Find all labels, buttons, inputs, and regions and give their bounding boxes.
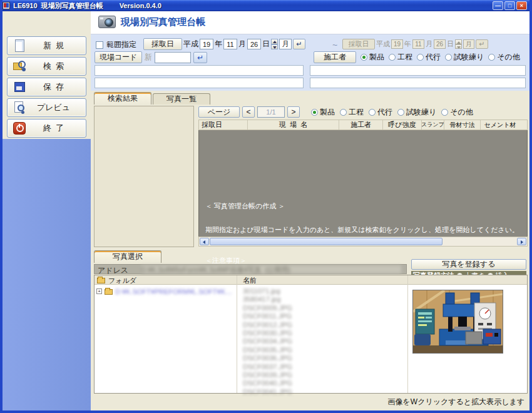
search-button[interactable]: 検 索 — [7, 57, 86, 76]
result-radio-product[interactable]: 製品 — [311, 107, 335, 118]
contractor-input-2[interactable] — [310, 78, 526, 88]
tab-photo-list[interactable]: 写真一覧 — [153, 93, 210, 105]
save-button[interactable]: 保 存 — [7, 78, 86, 96]
result-radio-trial[interactable]: 試験練り — [397, 107, 436, 118]
file-item[interactable]: DSCF0012.JPG — [243, 321, 292, 329]
file-browser: フォルダ 名前 + D:¥K.SOFT¥PREFORM¥L.SOFT¥K… 30… — [94, 275, 528, 394]
page-header: 現場別写真管理台帳 — [91, 11, 529, 34]
radio-label: 製品 — [369, 52, 384, 63]
file-list: 3011071.jpg 3580417.jpg DSCF0009.JPG DSC… — [243, 287, 292, 396]
spinner-up-icon[interactable] — [271, 39, 278, 44]
radio-label: 代行 — [426, 52, 441, 63]
date-to-enter-button: ↵ — [476, 39, 488, 49]
file-item[interactable]: DSCF0011.JPG — [243, 312, 292, 320]
file-item[interactable]: DSCF0041.JPG — [243, 388, 292, 396]
radio-label: 試験練り — [454, 52, 484, 63]
maximize-button[interactable]: □ — [504, 1, 515, 10]
category-radio-process[interactable]: 工程 — [389, 52, 412, 63]
file-item[interactable]: DSCF0036.JPG — [243, 354, 292, 362]
tab-photo-select[interactable]: 写真選択 — [94, 250, 161, 263]
date-from-group: 採取日 平成 19 年 11 月 26 日 月 ↵ — [143, 38, 305, 50]
category-radio-other[interactable]: その他 — [488, 52, 520, 63]
search-button-label: 検 索 — [26, 61, 86, 72]
col-sample-date: 採取日 — [199, 120, 248, 130]
file-item[interactable]: DSCF0034.JPG — [243, 337, 292, 345]
site-code-input[interactable] — [155, 52, 191, 63]
page-button[interactable]: ページ — [198, 106, 240, 118]
era-label-to: 平成 — [376, 39, 390, 49]
day-field-to: 26 — [434, 39, 446, 49]
result-radio-other[interactable]: その他 — [441, 107, 473, 118]
file-item[interactable]: DSCF0030.JPG — [243, 329, 292, 337]
folder-column-header: フォルダ — [108, 276, 136, 285]
result-listbox[interactable] — [94, 106, 194, 247]
save-button-label: 保 存 — [26, 81, 86, 93]
range-tilde: ~ — [332, 40, 337, 50]
file-item[interactable]: DSCF0039.JPG — [243, 371, 292, 379]
day-field[interactable]: 26 — [247, 39, 261, 49]
sample-date-button[interactable]: 採取日 — [143, 38, 182, 50]
scroll-left-icon[interactable] — [200, 238, 209, 245]
year-field-to: 19 — [391, 39, 403, 49]
contractor-button[interactable]: 施工者 — [314, 51, 356, 63]
prev-page-button[interactable]: < — [242, 106, 255, 118]
tree-item-redacted[interactable]: D:¥K.SOFT¥PREFORM¥L.SOFT¥K… — [115, 288, 232, 295]
minimize-button[interactable]: — — [493, 1, 503, 10]
file-item[interactable]: 3011071.jpg — [243, 287, 292, 295]
new-document-icon — [13, 39, 26, 52]
tab-search-results[interactable]: 検索結果 — [94, 92, 151, 105]
site-name-input-2[interactable] — [95, 78, 304, 88]
col-contractor: 施工者 — [339, 120, 383, 130]
month-suffix-to: 月 — [426, 39, 432, 49]
register-photo-button[interactable]: 写真を登録する — [411, 259, 526, 270]
file-item[interactable]: DSCF0037.JPG — [243, 363, 292, 371]
photo-thumbnail[interactable] — [412, 290, 503, 354]
category-radio-proxy[interactable]: 代行 — [417, 52, 441, 63]
range-checkbox[interactable] — [96, 41, 103, 49]
radio-label: 試験練り — [406, 107, 436, 118]
era-label: 平成 — [183, 39, 198, 49]
category-radio-trial[interactable]: 試験練り — [445, 52, 484, 63]
window-version: Version.0.4.0 — [120, 2, 161, 9]
new-button[interactable]: 新 規 — [7, 36, 86, 55]
col-cement: セメント材 — [481, 120, 519, 130]
contractor-group: 施工者 製品 工程 代行 試験練り その他 — [314, 51, 520, 63]
window-title: LE6910 現場別写真管理台帳 — [13, 1, 103, 11]
site-name-input-1[interactable] — [95, 65, 304, 76]
result-radio-proxy[interactable]: 代行 — [369, 107, 392, 118]
date-enter-button[interactable]: ↵ — [293, 39, 305, 49]
month-field-to: 11 — [412, 39, 424, 49]
contractor-input-1[interactable] — [310, 65, 526, 76]
result-grid-area: ＜ 写真管理台帳の作成 ＞ 期間指定および現場コードを入力のあと、新規又は検索釦… — [198, 130, 528, 237]
address-value-redacted: D:¥K.Soft¥ReForm¥K.Soft¥P画像¥写真 (公開用) — [141, 265, 401, 273]
day-suffix: 日 — [262, 39, 270, 49]
file-item[interactable]: DSCF0035.JPG — [243, 346, 292, 354]
result-category-group: 製品 工程 代行 試験練り その他 — [311, 107, 473, 118]
next-page-button[interactable]: > — [287, 106, 300, 118]
preview-button[interactable]: プレビュ — [7, 98, 86, 117]
site-code-button[interactable]: 現場コード — [95, 51, 142, 63]
search-folder-icon — [13, 60, 26, 73]
folder-icon — [97, 278, 105, 283]
col-strength: 呼び強度 — [383, 120, 422, 130]
tree-expander-icon[interactable]: + — [96, 288, 102, 294]
date-spinner — [271, 39, 278, 49]
exit-button[interactable]: 終 了 — [7, 119, 86, 138]
result-radio-process[interactable]: 工程 — [340, 107, 364, 118]
result-hscrollbar — [198, 237, 528, 247]
date-to-spinner — [455, 39, 462, 49]
file-item[interactable]: DSCF0040.JPG — [243, 379, 292, 387]
scroll-thumb[interactable] — [210, 238, 442, 245]
spinner-down-icon[interactable] — [271, 44, 278, 50]
site-code-apply-button[interactable]: ↵ — [193, 52, 207, 63]
year-field[interactable]: 19 — [200, 39, 213, 49]
col-aggregate: 骨材寸法 — [444, 120, 481, 130]
scroll-right-icon[interactable] — [517, 238, 526, 245]
guide-title: ＜ 写真管理台帳の作成 ＞ — [205, 202, 519, 210]
file-item[interactable]: DSCF0009.JPG — [243, 304, 292, 312]
file-item[interactable]: 3580417.jpg — [243, 295, 292, 303]
app-window: LE6910 現場別写真管理台帳 Version.0.4.0 — □ × 新 規… — [0, 0, 532, 413]
close-button[interactable]: × — [516, 1, 527, 10]
category-radio-product[interactable]: 製品 — [361, 52, 384, 63]
month-field[interactable]: 11 — [223, 39, 237, 49]
